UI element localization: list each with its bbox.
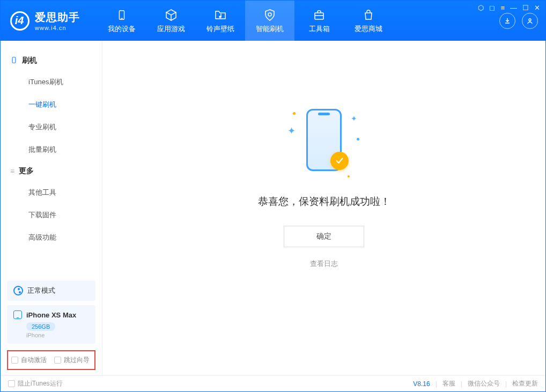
sidebar-item-advanced[interactable]: 高级功能 (1, 226, 102, 249)
tab-store[interactable]: 爱思商城 (344, 1, 393, 41)
device-box[interactable]: iPhone XS Max 256GB iPhone (7, 305, 95, 344)
minimize-button[interactable]: — (510, 4, 517, 12)
store-icon (361, 8, 375, 22)
music-folder-icon (213, 8, 227, 22)
header: ⬡ ◻ ≡ — ☐ ✕ i4 爱思助手 www.i4.cn 我的设备 应用游戏 (1, 1, 545, 41)
mode-box[interactable]: 正常模式 (7, 280, 95, 301)
svg-rect-3 (315, 13, 323, 19)
success-illustration: ✦ ✦ (281, 105, 367, 180)
version-label[interactable]: V8.16 (413, 380, 430, 388)
checkbox-icon (11, 357, 18, 364)
sidebar-item-itunes-flash[interactable]: iTunes刷机 (1, 71, 102, 93)
support-link[interactable]: 客服 (442, 379, 455, 388)
flash-options-row: 自动激活 跳过向导 (7, 350, 95, 370)
app-url: www.i4.cn (35, 25, 80, 31)
tab-smart-flash[interactable]: 智能刷机 (245, 1, 294, 41)
wechat-link[interactable]: 微信公众号 (468, 379, 500, 388)
sidebar-bottom: 正常模式 iPhone XS Max 256GB iPhone 自动激活 (1, 276, 102, 375)
checkbox-icon (8, 380, 15, 387)
sidebar-item-download-firmware[interactable]: 下载固件 (1, 204, 102, 226)
main-content: ✦ ✦ 恭喜您，保资料刷机成功啦！ 确定 查看日志 (102, 41, 545, 375)
sidebar-item-other-tools[interactable]: 其他工具 (1, 181, 102, 204)
tab-ringtone-wallpaper[interactable]: 铃声壁纸 (196, 1, 245, 41)
sidebar-section-more: ≡ 更多 (1, 161, 102, 181)
user-button[interactable] (522, 13, 538, 29)
sidebar-item-pro-flash[interactable]: 专业刷机 (1, 116, 102, 138)
check-badge-icon (330, 152, 349, 170)
svg-rect-6 (12, 57, 16, 63)
device-icon (115, 8, 129, 22)
device-phone-icon (13, 310, 22, 319)
main-tabs: 我的设备 应用游戏 铃声壁纸 智能刷机 工具箱 爱思商城 (97, 1, 393, 41)
cube-icon (164, 8, 178, 22)
titlebar-btn-3[interactable]: ≡ (500, 4, 505, 12)
logo-icon: i4 (10, 11, 29, 31)
tab-my-device[interactable]: 我的设备 (97, 1, 146, 41)
sidebar-item-oneclick-flash[interactable]: 一键刷机 (1, 93, 102, 116)
svg-point-5 (529, 19, 531, 21)
checkbox-icon (54, 357, 61, 364)
footer: 阻止iTunes运行 V8.16 | 客服 | 微信公众号 | 检查更新 (1, 375, 545, 391)
device-name: iPhone XS Max (26, 311, 76, 319)
checkbox-block-itunes[interactable]: 阻止iTunes运行 (8, 379, 63, 388)
body: 刷机 iTunes刷机 一键刷机 专业刷机 批量刷机 ≡ 更多 其他工具 下载固… (1, 41, 545, 375)
app-window: ⬡ ◻ ≡ — ☐ ✕ i4 爱思助手 www.i4.cn 我的设备 应用游戏 (0, 0, 546, 392)
titlebar-btn-1[interactable]: ⬡ (478, 4, 484, 12)
menu-icon: ≡ (10, 167, 14, 175)
checkbox-auto-activate[interactable]: 自动激活 (11, 356, 47, 365)
view-log-link[interactable]: 查看日志 (310, 259, 338, 269)
toolbox-icon (312, 8, 326, 22)
mode-icon (13, 286, 23, 295)
success-message: 恭喜您，保资料刷机成功啦！ (258, 195, 390, 209)
titlebar-btn-2[interactable]: ◻ (489, 4, 495, 12)
sidebar: 刷机 iTunes刷机 一键刷机 专业刷机 批量刷机 ≡ 更多 其他工具 下载固… (1, 41, 102, 375)
header-right (499, 13, 538, 29)
app-name: 爱思助手 (35, 10, 80, 25)
ok-button[interactable]: 确定 (284, 226, 364, 247)
download-button[interactable] (499, 13, 515, 29)
phone-icon (10, 56, 18, 65)
sidebar-section-flash: 刷机 (1, 50, 102, 71)
check-update-link[interactable]: 检查更新 (512, 379, 538, 388)
sidebar-item-batch-flash[interactable]: 批量刷机 (1, 138, 102, 161)
tab-apps-games[interactable]: 应用游戏 (146, 1, 196, 41)
logo-text: 爱思助手 www.i4.cn (35, 10, 80, 31)
footer-right: V8.16 | 客服 | 微信公众号 | 检查更新 (413, 379, 538, 388)
svg-point-2 (219, 16, 221, 18)
logo[interactable]: i4 爱思助手 www.i4.cn (1, 10, 97, 31)
tab-toolbox[interactable]: 工具箱 (294, 1, 344, 41)
titlebar-controls: ⬡ ◻ ≡ — ☐ ✕ (478, 4, 540, 12)
maximize-button[interactable]: ☐ (522, 4, 529, 12)
checkbox-skip-guide[interactable]: 跳过向导 (54, 356, 90, 365)
device-storage: 256GB (26, 322, 55, 331)
device-type: iPhone (26, 332, 89, 338)
shield-refresh-icon (263, 8, 277, 22)
close-button[interactable]: ✕ (534, 4, 540, 12)
mode-label: 正常模式 (27, 286, 55, 295)
